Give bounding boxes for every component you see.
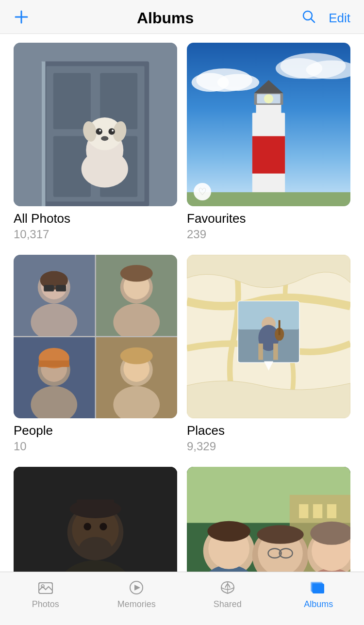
page-title: Albums xyxy=(137,9,194,27)
shared-icon xyxy=(219,579,236,596)
svg-point-81 xyxy=(79,537,112,560)
svg-rect-89 xyxy=(327,504,336,518)
svg-rect-71 xyxy=(279,320,281,335)
svg-marker-109 xyxy=(134,585,140,591)
memories-icon xyxy=(128,579,145,596)
svg-point-19 xyxy=(99,130,101,132)
album-count: 9,329 xyxy=(187,440,350,453)
svg-rect-80 xyxy=(77,499,114,514)
svg-point-97 xyxy=(257,525,303,544)
svg-point-20 xyxy=(112,130,114,132)
svg-rect-56 xyxy=(39,360,69,366)
album-name: Places xyxy=(187,423,350,438)
tab-memories-label: Memories xyxy=(117,599,156,609)
album-thumbnail xyxy=(14,43,177,206)
album-count: 10,317 xyxy=(14,228,177,241)
album-name: All Photos xyxy=(14,211,177,226)
header: Albums Edit xyxy=(0,0,364,34)
heart-badge: ♡ xyxy=(194,183,211,200)
svg-rect-22 xyxy=(42,62,46,206)
svg-point-18 xyxy=(108,128,115,134)
svg-point-26 xyxy=(217,74,260,91)
tab-albums-label: Albums xyxy=(304,599,333,609)
album-count: 239 xyxy=(187,228,350,241)
tab-bar: Photos Memories Shared Albums xyxy=(0,572,364,625)
album-thumbnail xyxy=(187,255,350,418)
tab-shared[interactable]: Shared xyxy=(199,579,257,609)
svg-line-3 xyxy=(311,19,314,22)
svg-point-17 xyxy=(96,128,102,134)
add-album-button[interactable] xyxy=(12,7,31,30)
album-thumbnail: ♡ xyxy=(187,43,350,206)
tab-shared-label: Shared xyxy=(214,599,242,609)
people-photo-4 xyxy=(96,337,178,419)
svg-rect-113 xyxy=(311,582,322,592)
tab-photos[interactable]: Photos xyxy=(17,579,75,609)
svg-point-50 xyxy=(120,265,152,281)
svg-point-82 xyxy=(83,523,91,530)
svg-rect-43 xyxy=(44,285,54,291)
albums-icon xyxy=(310,579,327,596)
album-thumbnail xyxy=(14,255,177,418)
svg-point-93 xyxy=(207,521,250,542)
people-photo-2 xyxy=(96,255,178,336)
svg-rect-87 xyxy=(299,504,308,518)
svg-rect-69 xyxy=(273,344,278,360)
svg-point-61 xyxy=(120,347,152,364)
tab-photos-label: Photos xyxy=(32,599,59,609)
people-photo-1 xyxy=(14,255,95,336)
svg-rect-7 xyxy=(53,73,91,130)
people-photo-3 xyxy=(14,337,95,419)
photos-icon xyxy=(37,579,54,596)
album-favourites[interactable]: ♡ Favourites 239 xyxy=(182,43,355,255)
album-all-photos[interactable]: All Photos 10,317 xyxy=(9,43,182,255)
svg-rect-37 xyxy=(187,192,350,206)
svg-point-35 xyxy=(264,94,273,103)
svg-rect-31 xyxy=(252,136,285,174)
albums-grid: All Photos 10,317 xyxy=(0,34,364,625)
edit-button[interactable]: Edit xyxy=(327,9,352,28)
svg-point-83 xyxy=(99,523,107,530)
svg-rect-32 xyxy=(256,103,281,115)
album-places[interactable]: Places 9,329 xyxy=(182,255,355,467)
svg-rect-68 xyxy=(258,344,263,360)
svg-point-21 xyxy=(101,136,108,141)
album-name: People xyxy=(14,423,177,438)
svg-rect-44 xyxy=(56,285,66,291)
album-name: Favourites xyxy=(187,211,350,226)
tab-memories[interactable]: Memories xyxy=(107,579,165,609)
tab-albums[interactable]: Albums xyxy=(289,579,347,609)
album-people[interactable]: People 10 xyxy=(9,255,182,467)
search-button[interactable] xyxy=(299,7,318,29)
svg-rect-88 xyxy=(313,504,322,518)
album-count: 10 xyxy=(14,440,177,453)
